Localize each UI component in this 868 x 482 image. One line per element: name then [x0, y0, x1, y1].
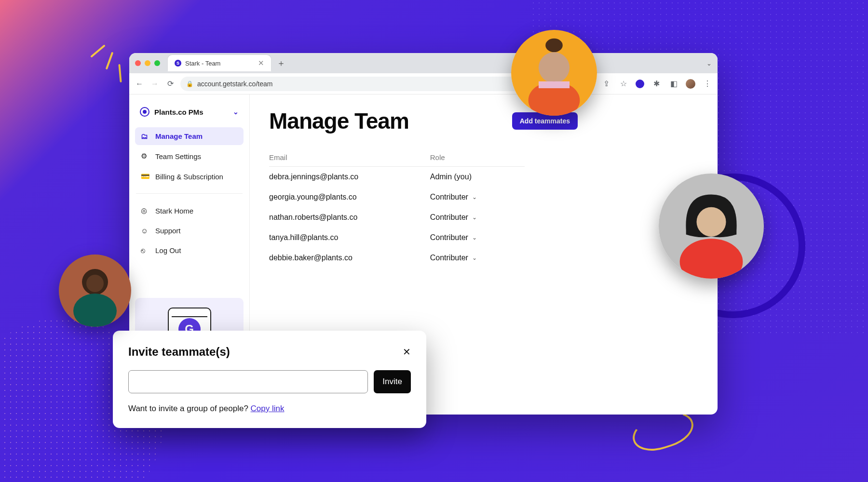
page-title-bar: Manage Team Add teammates [269, 108, 698, 134]
browser-address-bar: ← → ⟳ 🔒 account.getstark.co/team ⇪ ☆ ✱ ◧… [129, 73, 718, 94]
table-row: debbie.baker@plants.coContributer⌄ [269, 248, 525, 268]
cell-email: tanya.hill@plants.co [269, 233, 430, 242]
role-label: Contributer [430, 213, 468, 222]
sidebar-item-billing[interactable]: 💳 Billing & Subscription [135, 167, 244, 186]
team-table: Email Role debra.jennings@plants.coAdmin… [269, 153, 525, 268]
sliders-icon: ⚙ [141, 152, 149, 161]
extensions-icon[interactable]: ✱ [651, 79, 662, 89]
modal-footer-text: Want to invite a group of people? [128, 404, 251, 413]
modal-close-button[interactable]: ✕ [403, 346, 411, 358]
team-name: Plants.co PMs [154, 108, 203, 116]
tabs-menu-button[interactable]: ⌄ [706, 60, 712, 67]
modal-footer: Want to invite a group of people? Copy l… [128, 404, 411, 414]
invite-email-input[interactable] [128, 370, 368, 393]
decor-spark-icon [87, 43, 130, 87]
chevron-down-icon: ⌄ [472, 214, 477, 221]
tab-close-icon[interactable]: ✕ [258, 59, 264, 67]
window-controls [135, 60, 160, 66]
sidebar-item-stark-home[interactable]: ◎ Stark Home [135, 201, 244, 220]
sidebar-item-label: Stark Home [155, 207, 193, 215]
cell-email: debbie.baker@plants.co [269, 254, 430, 262]
sidebar-item-logout[interactable]: ⎋ Log Out [135, 241, 244, 259]
svg-rect-8 [539, 81, 570, 88]
table-header: Email Role [269, 153, 525, 167]
window-maximize-button[interactable] [154, 60, 160, 66]
cell-email: nathan.roberts@plants.co [269, 213, 430, 222]
chevron-down-icon: ⌄ [472, 254, 477, 261]
nav-forward-button[interactable]: → [149, 79, 160, 89]
sidebar-item-manage-team[interactable]: 🗂 Manage Team [135, 127, 244, 145]
cell-email: debra.jennings@plants.co [269, 173, 430, 181]
invite-button[interactable]: Invite [374, 370, 411, 393]
modal-title: Invite teammate(s) [128, 345, 230, 359]
cell-role[interactable]: Contributer⌄ [430, 213, 525, 222]
svg-point-6 [539, 52, 570, 83]
chevron-down-icon: ⌄ [233, 108, 239, 116]
window-close-button[interactable] [135, 60, 141, 66]
cell-email: georgia.young@plants.co [269, 193, 430, 201]
role-label: Admin (you) [430, 173, 472, 181]
table-row: debra.jennings@plants.coAdmin (you) [269, 167, 525, 187]
share-icon[interactable]: ⇪ [601, 79, 611, 89]
svg-point-2 [73, 294, 117, 327]
table-row: nathan.roberts@plants.coContributer⌄ [269, 207, 525, 228]
role-label: Contributer [430, 254, 468, 262]
stark-extension-icon[interactable] [636, 80, 644, 88]
sidebar-nav-primary: 🗂 Manage Team ⚙ Team Settings 💳 Billing … [135, 127, 244, 186]
svg-point-10 [696, 207, 726, 237]
role-label: Contributer [430, 193, 468, 201]
cell-role[interactable]: Contributer⌄ [430, 233, 525, 242]
window-minimize-button[interactable] [145, 60, 150, 66]
avatar-portrait-2 [511, 30, 597, 116]
team-avatar-icon [140, 107, 149, 117]
cell-role[interactable]: Contributer⌄ [430, 193, 525, 201]
svg-point-3 [86, 275, 104, 292]
nav-reload-button[interactable]: ⟳ [165, 79, 176, 89]
table-row: georgia.young@plants.coContributer⌄ [269, 187, 525, 207]
lock-icon: 🔒 [186, 80, 193, 87]
stark-favicon-icon: S [175, 60, 181, 67]
avatar-portrait-1 [59, 254, 131, 327]
browser-menu-icon[interactable]: ⋮ [702, 79, 713, 89]
role-label: Contributer [430, 233, 468, 242]
sidebar-item-label: Support [155, 227, 181, 235]
help-icon: ☺ [141, 227, 149, 235]
new-tab-button[interactable]: ＋ [277, 57, 285, 69]
avatar-portrait-3 [659, 174, 764, 279]
credit-card-icon: 💳 [141, 172, 149, 181]
sidebar-item-team-settings[interactable]: ⚙ Team Settings [135, 147, 244, 165]
browser-tab[interactable]: S Stark - Team ✕ [168, 55, 271, 71]
column-header-role: Role [430, 153, 525, 161]
chevron-down-icon: ⌄ [472, 194, 477, 201]
invite-modal: Invite teammate(s) ✕ Invite Want to invi… [113, 331, 426, 428]
column-header-email: Email [269, 153, 430, 161]
sidebar-item-label: Manage Team [155, 132, 203, 140]
table-body: debra.jennings@plants.coAdmin (you)georg… [269, 167, 525, 268]
chevron-down-icon: ⌄ [472, 234, 477, 241]
svg-point-5 [545, 39, 563, 52]
url-text: account.getstark.co/team [197, 80, 272, 88]
folder-icon: 🗂 [141, 132, 149, 140]
sidebar-item-label: Log Out [155, 246, 181, 254]
nav-back-button[interactable]: ← [134, 79, 145, 89]
page-title: Manage Team [269, 108, 409, 134]
modal-form-row: Invite [128, 370, 411, 393]
browser-tab-bar: S Stark - Team ✕ ＋ ⌄ [129, 53, 718, 73]
sidebar-item-support[interactable]: ☺ Support [135, 222, 244, 240]
logout-icon: ⎋ [141, 246, 149, 254]
stark-logo-icon: ◎ [141, 206, 149, 215]
cell-role: Admin (you) [430, 173, 525, 181]
profile-avatar[interactable] [686, 79, 695, 89]
toolbar-right: ⇪ ☆ ✱ ◧ ⋮ [601, 79, 713, 89]
sidebar-item-label: Billing & Subscription [155, 173, 223, 181]
modal-header: Invite teammate(s) ✕ [128, 345, 411, 359]
add-teammates-button[interactable]: Add teammates [512, 112, 578, 130]
sidebar-item-label: Team Settings [155, 152, 201, 161]
side-panel-icon[interactable]: ◧ [668, 79, 679, 89]
team-selector[interactable]: Plants.co PMs ⌄ [135, 103, 244, 120]
copy-link[interactable]: Copy link [251, 404, 285, 413]
table-row: tanya.hill@plants.coContributer⌄ [269, 228, 525, 248]
cell-role[interactable]: Contributer⌄ [430, 254, 525, 262]
tab-title: Stark - Team [185, 60, 220, 67]
bookmark-icon[interactable]: ☆ [618, 79, 629, 89]
